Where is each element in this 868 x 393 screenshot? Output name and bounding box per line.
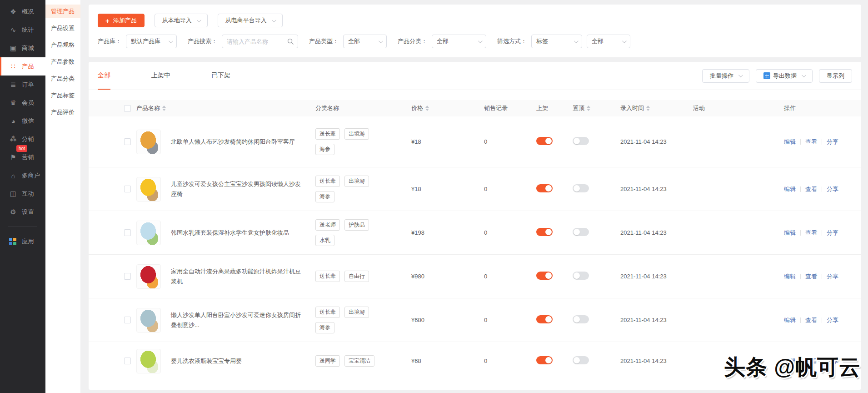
sidebar-item-label: 多商户 <box>22 171 40 180</box>
tags-cell: 送长辈出境游海参 <box>315 128 388 155</box>
pin-toggle[interactable] <box>573 137 589 145</box>
submenu-item[interactable]: 产品分类 <box>45 72 80 86</box>
action-view[interactable]: 查看 <box>805 138 817 146</box>
product-name: 婴儿洗衣液瓶装宝宝专用婴 <box>171 356 242 366</box>
column-header: 价格 <box>411 104 484 112</box>
table-row: 送同学毛巾 <box>89 380 861 390</box>
row-checkbox[interactable] <box>124 229 131 236</box>
submenu-item[interactable]: 产品评价 <box>45 106 80 119</box>
row-checkbox[interactable] <box>124 138 131 145</box>
marketing-icon: ⚑ <box>9 153 17 161</box>
filter-mode-select-2[interactable]: 全部 <box>587 35 630 48</box>
row-checkbox[interactable] <box>124 317 131 323</box>
actions-cell: 编辑查看分享 <box>784 229 861 237</box>
add-product-button[interactable]: + 添加产品 <box>98 14 145 27</box>
import-platform-button[interactable]: 从电商平台导入 <box>218 14 283 27</box>
tab-全部[interactable]: 全部 <box>98 62 110 90</box>
action-view[interactable]: 查看 <box>805 185 817 193</box>
filter-mode-value-2: 全部 <box>592 37 604 45</box>
submenu-item[interactable]: 产品设置 <box>45 21 80 35</box>
shelf-toggle[interactable] <box>536 315 553 323</box>
sidebar-item-wechat[interactable]: ◕微信 <box>0 112 45 130</box>
price-cell: ¥18 <box>411 138 484 145</box>
batch-actions-button[interactable]: 批量操作 <box>702 69 749 83</box>
sort-icon[interactable] <box>587 106 590 111</box>
pin-toggle[interactable] <box>573 228 589 236</box>
hot-badge: hot <box>16 145 27 152</box>
product-image <box>136 264 161 289</box>
pin-toggle[interactable] <box>573 315 589 323</box>
row-checkbox[interactable] <box>124 358 131 364</box>
action-share[interactable]: 分享 <box>827 272 838 281</box>
sidebar-item-interaction[interactable]: ◫互动 <box>0 185 45 203</box>
pin-toggle[interactable] <box>573 356 589 364</box>
submenu-item[interactable]: 产品标签 <box>45 89 80 102</box>
action-edit[interactable]: 编辑 <box>784 316 796 324</box>
sidebar-item-marketing[interactable]: ⚑营销hot <box>0 148 45 166</box>
filter-mode-select[interactable]: 标签 <box>531 35 582 48</box>
action-separator <box>800 139 801 145</box>
price-cell: ¥680 <box>411 317 484 323</box>
submenu-item[interactable]: 管理产品 <box>45 5 80 18</box>
submenu-item[interactable]: 产品规格 <box>45 38 80 52</box>
category-select[interactable]: 全部 <box>432 35 486 48</box>
search-input[interactable] <box>227 38 287 45</box>
shelf-toggle[interactable] <box>536 356 553 364</box>
action-share[interactable]: 分享 <box>827 185 838 193</box>
sidebar-item-member[interactable]: ♛会员 <box>0 94 45 112</box>
apps-icon-square <box>9 242 12 245</box>
action-view[interactable]: 查看 <box>805 272 817 281</box>
apps-icon <box>9 238 17 245</box>
tab-上架中[interactable]: 上架中 <box>151 62 170 90</box>
sidebar-item-product[interactable]: ∷产品 <box>0 57 45 76</box>
submenu-item[interactable]: 产品参数 <box>45 55 80 69</box>
plus-icon: + <box>105 17 110 25</box>
action-edit[interactable]: 编辑 <box>784 229 796 237</box>
row-checkbox[interactable] <box>124 273 131 280</box>
action-edit[interactable]: 编辑 <box>784 138 796 146</box>
action-view[interactable]: 查看 <box>805 316 817 324</box>
product-image <box>136 308 161 333</box>
export-data-button[interactable]: 导出数据 <box>756 69 813 83</box>
action-edit[interactable]: 编辑 <box>784 272 796 281</box>
sort-icon[interactable] <box>646 106 650 111</box>
action-share[interactable]: 分享 <box>827 316 838 324</box>
import-local-button[interactable]: 从本地导入 <box>155 14 208 27</box>
action-separator <box>800 230 801 236</box>
sidebar-item-label: 概况 <box>22 8 34 16</box>
library-select[interactable]: 默认产品库 <box>126 35 177 48</box>
tag-chip: 送长辈 <box>315 128 340 140</box>
shelf-toggle[interactable] <box>536 272 553 280</box>
shelf-cell <box>536 272 573 281</box>
action-edit[interactable]: 编辑 <box>784 185 796 193</box>
sidebar-item-mall[interactable]: ▣商城 <box>0 39 45 57</box>
type-select[interactable]: 全部 <box>343 35 387 48</box>
search-icon[interactable] <box>287 38 294 45</box>
sidebar-item-stats[interactable]: ∿统计 <box>0 21 45 39</box>
action-view[interactable]: 查看 <box>805 229 817 237</box>
table-row: 家用全自动汁渣分离果蔬多功能原汁机炸果汁机豆浆机送长辈自由行¥98002021-… <box>89 255 861 298</box>
pin-toggle[interactable] <box>573 184 589 192</box>
shelf-toggle[interactable] <box>536 184 553 192</box>
row-checkbox[interactable] <box>124 186 131 192</box>
sidebar-item-apps[interactable]: 应用 <box>0 232 45 251</box>
select-all-checkbox[interactable] <box>124 105 131 112</box>
sidebar-item-multi-merchant[interactable]: ⌂多商户 <box>0 166 45 185</box>
product-table-card: 全部上架中已下架 批量操作 导出数据 显示列 产品名称分类名称价格销售记录上架置… <box>89 62 861 390</box>
shelf-toggle[interactable] <box>536 137 553 145</box>
sidebar-item-order[interactable]: ≣订单 <box>0 76 45 94</box>
product-cell: 婴儿洗衣液瓶装宝宝专用婴 <box>136 349 315 373</box>
sidebar-item-overview[interactable]: ❖概况 <box>0 3 45 21</box>
tag-chip: 送长辈 <box>315 307 340 318</box>
sidebar-item-settings[interactable]: ⚙设置 <box>0 203 45 221</box>
row-checkbox-cell <box>89 317 136 323</box>
shelf-toggle[interactable] <box>536 228 553 236</box>
show-columns-button[interactable]: 显示列 <box>819 69 852 83</box>
entry-time-cell: 2021-11-04 14:23 <box>620 138 693 145</box>
tab-已下架[interactable]: 已下架 <box>211 62 230 90</box>
sort-icon[interactable] <box>162 106 166 111</box>
action-share[interactable]: 分享 <box>827 229 838 237</box>
pin-toggle[interactable] <box>573 272 589 280</box>
action-share[interactable]: 分享 <box>827 138 838 146</box>
sort-icon[interactable] <box>425 106 429 111</box>
